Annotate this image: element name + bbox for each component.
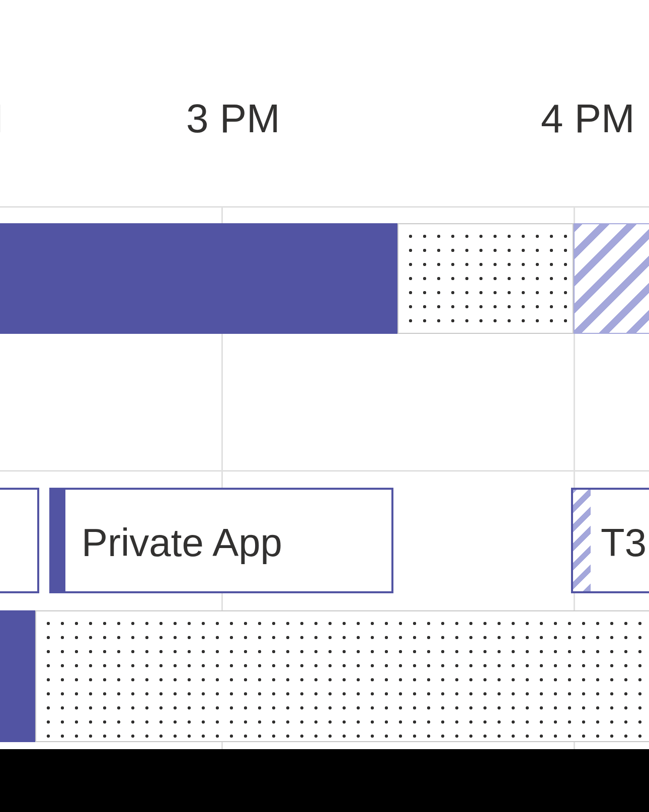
availability-busy[interactable] <box>0 610 35 742</box>
availability-tentative[interactable] <box>397 223 574 334</box>
availability-tentative[interactable] <box>35 610 649 742</box>
availability-out-of-office[interactable] <box>574 223 649 334</box>
availability-busy[interactable] <box>0 223 397 334</box>
calendar-event[interactable]: T3 <box>571 488 649 593</box>
time-label-3pm: 3 PM <box>186 96 280 142</box>
calendar-grid[interactable]: ea Private App T3 <box>0 206 649 749</box>
decorative-footer <box>0 749 649 812</box>
calendar-event[interactable]: ea <box>0 488 39 593</box>
time-label-4pm: 4 PM <box>541 96 635 142</box>
busy-status-bar <box>51 490 65 591</box>
event-title: Private App <box>71 520 282 565</box>
out-of-office-status-bar <box>573 490 591 591</box>
calendar-event-private[interactable]: Private App <box>49 488 393 593</box>
calendar-schedule-view: M 3 PM 4 PM ea Private App <box>0 0 649 812</box>
time-header: M 3 PM 4 PM <box>0 0 649 206</box>
time-label-partial-left: M <box>0 96 4 142</box>
event-title: T3 <box>601 520 646 565</box>
